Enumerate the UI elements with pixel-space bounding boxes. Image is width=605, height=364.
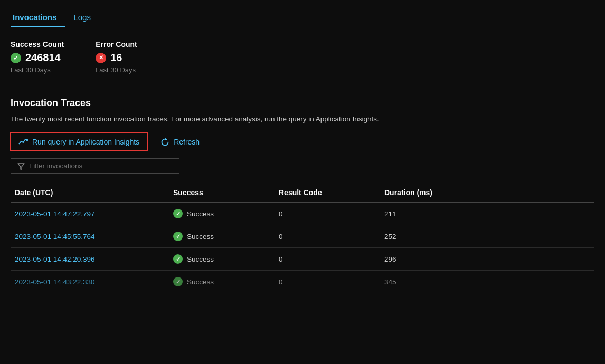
success-count-value: 246814	[25, 52, 61, 64]
tab-logs-label: Logs	[73, 13, 91, 22]
refresh-button[interactable]: Refresh	[153, 133, 207, 151]
row-2-success-label: Success	[187, 255, 214, 263]
chart-icon	[18, 137, 28, 147]
section-title: Invocation Traces	[11, 98, 594, 109]
row-1-result-code: 0	[275, 233, 380, 241]
invocations-table: Date (UTC) Success Result Code Duration …	[11, 183, 594, 293]
col-success: Success	[169, 188, 275, 197]
row-1-success-label: Success	[187, 233, 214, 241]
run-query-label: Run query in Application Insights	[32, 138, 139, 146]
row-3-success-label: Success	[187, 278, 214, 286]
tab-logs[interactable]: Logs	[71, 8, 99, 27]
filter-input[interactable]	[29, 162, 173, 170]
row-2-success: Success	[169, 254, 275, 264]
error-count-subtitle: Last 30 Days	[96, 66, 137, 74]
svg-marker-0	[18, 164, 24, 169]
filter-icon	[17, 162, 25, 170]
row-3-success: Success	[169, 277, 275, 286]
row-1-success: Success	[169, 232, 275, 241]
success-count-value-row: 246814	[11, 52, 64, 64]
section-description: The twenty most recent function invocati…	[11, 114, 594, 124]
row-0-duration: 211	[380, 210, 486, 218]
row-0-date[interactable]: 2023-05-01 14:47:22.797	[11, 210, 169, 218]
run-query-button[interactable]: Run query in Application Insights	[11, 133, 147, 151]
row-0-success-icon	[173, 209, 183, 218]
row-1-duration: 252	[380, 233, 486, 241]
row-2-success-icon	[173, 254, 183, 264]
col-date: Date (UTC)	[11, 188, 169, 197]
stats-row: Success Count 246814 Last 30 Days Error …	[11, 40, 594, 74]
col-duration: Duration (ms)	[380, 188, 486, 197]
refresh-label: Refresh	[174, 138, 200, 146]
error-count-label: Error Count	[96, 40, 137, 49]
row-3-success-icon	[173, 277, 183, 286]
refresh-icon	[160, 138, 169, 147]
success-stat: Success Count 246814 Last 30 Days	[11, 40, 64, 74]
row-1-date[interactable]: 2023-05-01 14:45:55.764	[11, 233, 169, 241]
table-row: 2023-05-01 14:43:22.330 Success 0 345	[11, 271, 594, 293]
tab-invocations[interactable]: Invocations	[11, 8, 65, 27]
tab-bar: Invocations Logs	[11, 8, 594, 27]
stats-divider	[11, 87, 594, 87]
error-count-value: 16	[110, 52, 122, 64]
error-stat: Error Count 16 Last 30 Days	[96, 40, 137, 74]
error-count-value-row: 16	[96, 52, 137, 64]
success-count-subtitle: Last 30 Days	[11, 66, 64, 74]
col-result-code: Result Code	[275, 188, 380, 197]
row-0-result-code: 0	[275, 210, 380, 218]
row-3-date[interactable]: 2023-05-01 14:43:22.330	[11, 278, 169, 286]
table-row: 2023-05-01 14:42:20.396 Success 0 296	[11, 248, 594, 271]
row-3-result-code: 0	[275, 278, 380, 286]
row-2-date[interactable]: 2023-05-01 14:42:20.396	[11, 255, 169, 263]
actions-row: Run query in Application Insights Refres…	[11, 133, 594, 151]
success-icon	[11, 53, 21, 63]
error-icon	[96, 53, 106, 63]
filter-row	[11, 158, 594, 174]
table-row: 2023-05-01 14:47:22.797 Success 0 211	[11, 203, 594, 225]
table-header: Date (UTC) Success Result Code Duration …	[11, 183, 594, 203]
main-container: Invocations Logs Success Count 246814 La…	[0, 0, 605, 302]
row-2-duration: 296	[380, 255, 486, 263]
row-3-duration: 345	[380, 278, 486, 286]
row-2-result-code: 0	[275, 255, 380, 263]
row-0-success: Success	[169, 209, 275, 218]
filter-input-wrap	[11, 158, 179, 174]
row-1-success-icon	[173, 232, 183, 241]
table-row: 2023-05-01 14:45:55.764 Success 0 252	[11, 225, 594, 248]
tab-invocations-label: Invocations	[13, 13, 56, 22]
row-0-success-label: Success	[187, 210, 214, 218]
success-count-label: Success Count	[11, 40, 64, 49]
